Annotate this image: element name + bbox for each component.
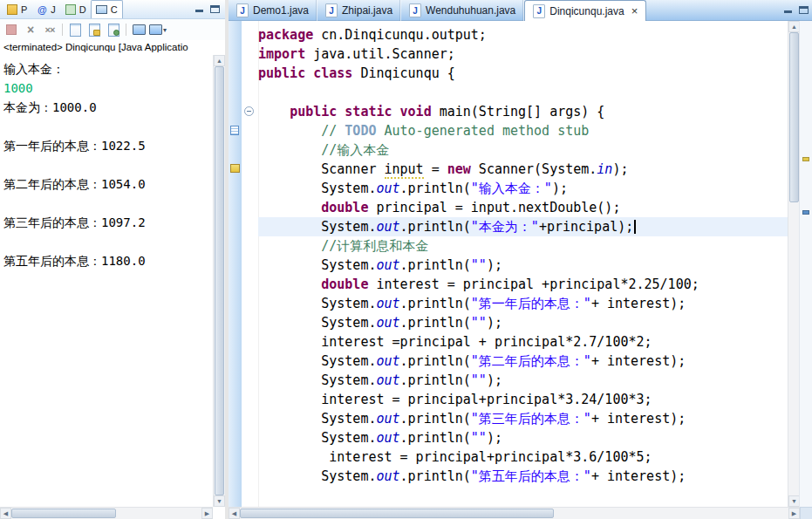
console-vertical-scrollbar[interactable]: ▲ ▼ [213,55,225,507]
code-token: out [376,296,399,311]
console-line: 本金为：1000.0 [0,98,213,117]
code-token: .println( [400,219,471,235]
view-tab-j[interactable]: J [31,1,60,18]
code-line: //输入本金 [258,140,788,160]
remove-all-launches-icon[interactable] [41,22,58,38]
maximize-view-icon[interactable] [209,4,221,14]
console-horizontal-scrollbar[interactable]: ◀ ▶ [0,507,213,519]
code-line: System.out.println(""); [258,371,788,390]
text-cursor [634,220,636,234]
terminate-icon[interactable] [3,22,20,38]
scroll-right-icon[interactable]: ▶ [788,508,800,519]
code-token: System. [258,315,376,331]
code-token: System. [258,257,376,273]
console-line: 输入本金： [0,59,213,79]
editor-view: JDemo1.javaJZhipai.javaJWenduhuhuan.java… [229,0,812,519]
editor-tab-demo1-java[interactable]: JDemo1.java [229,0,317,21]
code-token: .println( [400,372,471,388]
code-line: interest = principal+principal*3.6/100*5… [258,447,788,467]
editor-tab-dinqicunqu-java[interactable]: JDinqicunqu.java× [524,0,646,22]
code-token: interest =principal + principal*2.7/100*… [258,334,652,350]
scrollbar-thumb[interactable] [11,509,116,518]
eclipse-window: PJDC <terminated> Dinqicunqu [Java Appli… [0,0,812,519]
scroll-left-icon[interactable]: ◀ [0,508,11,519]
task-marker-icon[interactable] [230,126,239,135]
editor-horizontal-scrollbar[interactable]: ◀ ▶ [229,507,800,519]
code-line: public class Dinqicunqu { [258,64,788,83]
code-token: ); [487,372,502,388]
display-selected-console-icon[interactable] [130,22,147,38]
remove-launch-icon[interactable] [22,22,39,38]
code-token: .println( [400,257,471,273]
console-line [0,155,213,174]
view-tab-c[interactable]: C [91,0,123,18]
editor-tab-wenduhuhuan-java[interactable]: JWenduhuhuan.java [401,0,524,21]
code-token [258,142,321,158]
editor-view-controls [782,0,812,19]
code-line: package cn.Dinqicunqu.output; [258,25,788,44]
java-file-icon: J [409,3,421,17]
code-token: System. [258,430,376,446]
code-token: .println( [400,353,471,369]
scroll-left-icon[interactable]: ◀ [229,508,240,519]
scrollbar-thumb[interactable] [789,32,799,202]
code-token: System. [258,372,376,388]
code-token: "" [471,372,487,388]
scrollbar-thumb[interactable] [215,66,224,495]
code-token: interest = principal+principal*3.24/100*… [258,392,652,407]
open-console-icon[interactable] [149,22,167,38]
java-file-icon: J [325,3,338,17]
code-token: interest = principal+principal*3.6/100*5… [258,449,652,465]
scroll-down-icon[interactable]: ▼ [214,495,225,507]
console-line: 第一年后的本息：1022.5 [0,136,213,155]
maximize-editor-icon[interactable] [798,5,809,15]
code-editor[interactable]: package cn.Dinqicunqu.output;import java… [258,21,788,507]
declaration-icon [65,3,77,16]
view-tab-d[interactable]: D [60,1,91,18]
scroll-right-icon[interactable]: ▶ [201,508,213,519]
clear-console-icon[interactable] [66,22,84,38]
code-token: + interest); [591,411,686,427]
code-token: "第一年后的本息：" [471,296,591,311]
code-token: "第五年后的本息：" [471,468,591,484]
minimize-editor-icon[interactable] [782,5,794,15]
code-token: .println( [400,296,471,311]
code-line: interest =principal + principal*2.7/100*… [258,332,788,352]
editor-tab-zhipai-java[interactable]: JZhipai.java [317,0,401,21]
console-line: 1000 [0,79,213,98]
editor-area: package cn.Dinqicunqu.output;import java… [229,21,812,507]
code-token: ); [612,161,628,177]
code-token: double [321,200,368,215]
fold-collapse-icon[interactable] [244,106,254,116]
scrollbar-thumb[interactable] [240,509,554,518]
code-line: Scanner input = new Scanner(System.in); [258,160,788,179]
minimize-view-icon[interactable] [194,4,205,14]
code-token: = [424,161,447,177]
scrollbar-corner [800,507,812,519]
pin-console-icon[interactable] [105,22,122,38]
close-tab-icon[interactable]: × [631,5,638,17]
code-token: Scanner [258,161,385,177]
code-line: System.out.println("本金为："+principal); [258,217,788,236]
code-token: .println( [400,411,471,427]
code-line: import java.util.Scanner; [258,44,788,64]
warning-marker-icon[interactable] [230,164,240,173]
code-token: java.util.Scanner; [305,46,455,62]
code-token: in [597,161,612,177]
scroll-up-icon[interactable]: ▲ [214,55,225,66]
code-line [258,83,788,102]
overview-mark[interactable] [802,157,809,161]
editor-tabbar-row: JDemo1.javaJZhipai.javaJWenduhuhuan.java… [229,0,812,21]
editor-vertical-scrollbar[interactable]: ▲ ▼ [788,21,800,507]
code-token [258,123,321,139]
code-token: System. [258,353,376,369]
view-tab-p[interactable]: P [2,1,31,18]
overview-mark[interactable] [802,210,809,215]
code-token: "本金为：" [471,219,539,235]
console-view-tabbar-row: PJDC [0,0,225,19]
console-output[interactable]: 输入本金：1000本金为：1000.0 第一年后的本息：1022.5 第二年后的… [0,55,213,507]
console-toolbar [0,19,225,40]
code-token: Scanner(System. [471,161,597,177]
scroll-lock-icon[interactable] [85,22,103,38]
code-token: // [321,123,345,139]
